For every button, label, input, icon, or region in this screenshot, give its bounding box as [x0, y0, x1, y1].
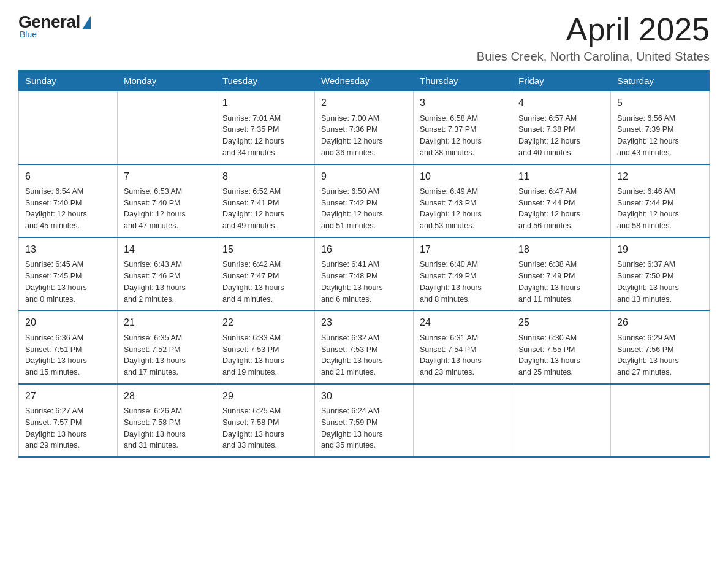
day-info: Sunrise: 6:45 AM Sunset: 7:45 PM Dayligh…: [25, 259, 111, 305]
day-number: 26: [617, 316, 703, 329]
logo-triangle-icon: [82, 16, 91, 29]
day-info: Sunrise: 6:30 AM Sunset: 7:55 PM Dayligh…: [518, 332, 604, 378]
day-info: Sunrise: 6:54 AM Sunset: 7:40 PM Dayligh…: [25, 186, 111, 232]
calendar-cell: 1Sunrise: 7:01 AM Sunset: 7:35 PM Daylig…: [216, 91, 315, 164]
calendar-cell: 15Sunrise: 6:42 AM Sunset: 7:47 PM Dayli…: [216, 237, 315, 310]
day-info: Sunrise: 6:57 AM Sunset: 7:38 PM Dayligh…: [518, 113, 604, 159]
day-number: 11: [518, 170, 604, 183]
day-number: 3: [420, 96, 506, 110]
week-row: 27Sunrise: 6:27 AM Sunset: 7:57 PM Dayli…: [19, 384, 710, 457]
calendar-header-row: SundayMondayTuesdayWednesdayThursdayFrid…: [19, 71, 710, 91]
day-info: Sunrise: 6:52 AM Sunset: 7:41 PM Dayligh…: [222, 186, 308, 232]
calendar-cell: 23Sunrise: 6:32 AM Sunset: 7:53 PM Dayli…: [315, 310, 414, 383]
day-info: Sunrise: 6:53 AM Sunset: 7:40 PM Dayligh…: [124, 186, 210, 232]
calendar-day-header: Wednesday: [315, 71, 414, 91]
logo: General Blue: [18, 12, 91, 39]
calendar-cell: 6Sunrise: 6:54 AM Sunset: 7:40 PM Daylig…: [19, 164, 118, 237]
day-number: 15: [222, 243, 308, 256]
day-number: 21: [124, 316, 210, 329]
calendar-day-header: Sunday: [19, 71, 118, 91]
day-info: Sunrise: 6:50 AM Sunset: 7:42 PM Dayligh…: [321, 186, 407, 232]
calendar-cell: 24Sunrise: 6:31 AM Sunset: 7:54 PM Dayli…: [414, 310, 512, 383]
calendar-cell: 17Sunrise: 6:40 AM Sunset: 7:49 PM Dayli…: [414, 237, 512, 310]
calendar-cell: 13Sunrise: 6:45 AM Sunset: 7:45 PM Dayli…: [19, 237, 118, 310]
day-info: Sunrise: 6:40 AM Sunset: 7:49 PM Dayligh…: [420, 259, 506, 305]
day-number: 27: [25, 389, 111, 403]
calendar-cell: 10Sunrise: 6:49 AM Sunset: 7:43 PM Dayli…: [414, 164, 512, 237]
day-number: 24: [420, 316, 506, 329]
calendar-cell: 4Sunrise: 6:57 AM Sunset: 7:38 PM Daylig…: [512, 91, 611, 164]
month-title: April 2025: [477, 12, 710, 47]
calendar-cell: 28Sunrise: 6:26 AM Sunset: 7:58 PM Dayli…: [118, 384, 216, 457]
calendar-cell: 8Sunrise: 6:52 AM Sunset: 7:41 PM Daylig…: [216, 164, 315, 237]
day-number: 16: [321, 243, 407, 256]
day-number: 17: [420, 243, 506, 256]
calendar-day-header: Monday: [118, 71, 216, 91]
day-info: Sunrise: 6:25 AM Sunset: 7:58 PM Dayligh…: [222, 405, 308, 451]
week-row: 13Sunrise: 6:45 AM Sunset: 7:45 PM Dayli…: [19, 237, 710, 310]
title-area: April 2025 Buies Creek, North Carolina, …: [477, 12, 710, 64]
day-info: Sunrise: 6:46 AM Sunset: 7:44 PM Dayligh…: [617, 186, 703, 232]
day-number: 10: [420, 170, 506, 183]
day-info: Sunrise: 6:32 AM Sunset: 7:53 PM Dayligh…: [321, 332, 407, 378]
day-number: 19: [617, 243, 703, 256]
day-info: Sunrise: 6:49 AM Sunset: 7:43 PM Dayligh…: [420, 186, 506, 232]
day-info: Sunrise: 6:38 AM Sunset: 7:49 PM Dayligh…: [518, 259, 604, 305]
calendar-cell: 11Sunrise: 6:47 AM Sunset: 7:44 PM Dayli…: [512, 164, 611, 237]
calendar-cell: 22Sunrise: 6:33 AM Sunset: 7:53 PM Dayli…: [216, 310, 315, 383]
calendar-cell: 3Sunrise: 6:58 AM Sunset: 7:37 PM Daylig…: [414, 91, 512, 164]
day-info: Sunrise: 6:58 AM Sunset: 7:37 PM Dayligh…: [420, 113, 506, 159]
calendar-day-header: Saturday: [611, 71, 710, 91]
calendar-cell: [512, 384, 611, 457]
day-number: 12: [617, 170, 703, 183]
calendar-cell: 5Sunrise: 6:56 AM Sunset: 7:39 PM Daylig…: [611, 91, 710, 164]
calendar-day-header: Thursday: [414, 71, 512, 91]
calendar-day-header: Friday: [512, 71, 611, 91]
location-title: Buies Creek, North Carolina, United Stat…: [477, 50, 710, 64]
day-info: Sunrise: 6:29 AM Sunset: 7:56 PM Dayligh…: [617, 332, 703, 378]
day-info: Sunrise: 6:24 AM Sunset: 7:59 PM Dayligh…: [321, 405, 407, 451]
calendar-cell: 14Sunrise: 6:43 AM Sunset: 7:46 PM Dayli…: [118, 237, 216, 310]
day-info: Sunrise: 6:36 AM Sunset: 7:51 PM Dayligh…: [25, 332, 111, 378]
calendar-cell: 19Sunrise: 6:37 AM Sunset: 7:50 PM Dayli…: [611, 237, 710, 310]
calendar-cell: 27Sunrise: 6:27 AM Sunset: 7:57 PM Dayli…: [19, 384, 118, 457]
calendar-cell: 9Sunrise: 6:50 AM Sunset: 7:42 PM Daylig…: [315, 164, 414, 237]
day-info: Sunrise: 6:35 AM Sunset: 7:52 PM Dayligh…: [124, 332, 210, 378]
day-number: 14: [124, 243, 210, 256]
calendar-cell: 20Sunrise: 6:36 AM Sunset: 7:51 PM Dayli…: [19, 310, 118, 383]
calendar-cell: 18Sunrise: 6:38 AM Sunset: 7:49 PM Dayli…: [512, 237, 611, 310]
week-row: 20Sunrise: 6:36 AM Sunset: 7:51 PM Dayli…: [19, 310, 710, 383]
day-number: 28: [124, 389, 210, 403]
week-row: 1Sunrise: 7:01 AM Sunset: 7:35 PM Daylig…: [19, 91, 710, 164]
day-number: 2: [321, 96, 407, 110]
calendar-cell: [414, 384, 512, 457]
day-number: 8: [222, 170, 308, 183]
calendar-cell: 7Sunrise: 6:53 AM Sunset: 7:40 PM Daylig…: [118, 164, 216, 237]
calendar-cell: [118, 91, 216, 164]
calendar-cell: 30Sunrise: 6:24 AM Sunset: 7:59 PM Dayli…: [315, 384, 414, 457]
calendar-cell: 2Sunrise: 7:00 AM Sunset: 7:36 PM Daylig…: [315, 91, 414, 164]
calendar-table: SundayMondayTuesdayWednesdayThursdayFrid…: [18, 70, 710, 458]
day-info: Sunrise: 6:42 AM Sunset: 7:47 PM Dayligh…: [222, 259, 308, 305]
page-header: General Blue April 2025 Buies Creek, Nor…: [18, 12, 710, 64]
logo-blue-text: Blue: [20, 29, 37, 39]
calendar-day-header: Tuesday: [216, 71, 315, 91]
calendar-cell: 21Sunrise: 6:35 AM Sunset: 7:52 PM Dayli…: [118, 310, 216, 383]
day-number: 4: [518, 96, 604, 110]
day-info: Sunrise: 7:01 AM Sunset: 7:35 PM Dayligh…: [222, 113, 308, 159]
day-info: Sunrise: 7:00 AM Sunset: 7:36 PM Dayligh…: [321, 113, 407, 159]
day-number: 25: [518, 316, 604, 329]
calendar-cell: [19, 91, 118, 164]
calendar-cell: 29Sunrise: 6:25 AM Sunset: 7:58 PM Dayli…: [216, 384, 315, 457]
day-info: Sunrise: 6:27 AM Sunset: 7:57 PM Dayligh…: [25, 405, 111, 451]
day-info: Sunrise: 6:26 AM Sunset: 7:58 PM Dayligh…: [124, 405, 210, 451]
calendar-cell: 26Sunrise: 6:29 AM Sunset: 7:56 PM Dayli…: [611, 310, 710, 383]
day-number: 6: [25, 170, 111, 183]
calendar-cell: 16Sunrise: 6:41 AM Sunset: 7:48 PM Dayli…: [315, 237, 414, 310]
day-number: 5: [617, 96, 703, 110]
calendar-cell: 25Sunrise: 6:30 AM Sunset: 7:55 PM Dayli…: [512, 310, 611, 383]
week-row: 6Sunrise: 6:54 AM Sunset: 7:40 PM Daylig…: [19, 164, 710, 237]
day-info: Sunrise: 6:47 AM Sunset: 7:44 PM Dayligh…: [518, 186, 604, 232]
day-number: 13: [25, 243, 111, 256]
day-info: Sunrise: 6:37 AM Sunset: 7:50 PM Dayligh…: [617, 259, 703, 305]
